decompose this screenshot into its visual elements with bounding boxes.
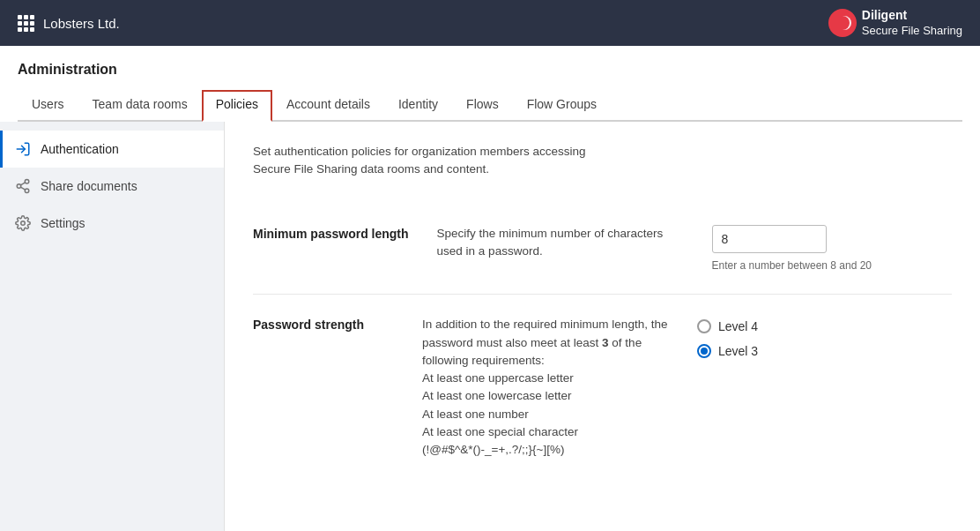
req-special-chars: (!@#$^&*()-_=+,.?/;;}{~][%)	[422, 443, 565, 456]
policy-control-min-password: Enter a number between 8 and 20	[712, 225, 872, 273]
radio-label-level3: Level 3	[718, 344, 758, 358]
input-hint: Enter a number between 8 and 20	[712, 258, 872, 273]
policy-desc-password-strength: In addition to the required minimum leng…	[422, 316, 669, 459]
main-container: Administration Users Team data rooms Pol…	[0, 46, 980, 531]
radio-level4[interactable]: Level 4	[697, 319, 856, 333]
policy-row-password-strength: Password strength In addition to the req…	[253, 295, 952, 480]
policy-row-min-password: Minimum password length Specify the mini…	[253, 204, 952, 295]
page-header: Administration Users Team data rooms Pol…	[0, 46, 980, 122]
req-lowercase: At least one lowercase letter	[422, 389, 572, 402]
svg-point-7	[21, 221, 26, 226]
sidebar-share-label: Share documents	[41, 179, 137, 193]
main-content: Set authentication policies for organiza…	[225, 122, 980, 531]
policy-label-password-strength: Password strength	[253, 316, 394, 332]
sidebar-settings-label: Settings	[41, 216, 85, 230]
tabs-bar: Users Team data rooms Policies Account d…	[18, 90, 962, 122]
brand-name: Diligent	[862, 7, 962, 23]
share-icon	[14, 177, 32, 195]
radio-group-strength: Level 4 Level 3	[697, 316, 856, 358]
company-logo: Lobsters Ltd.	[18, 15, 120, 32]
tab-account-details[interactable]: Account details	[272, 90, 384, 120]
req-number: At least one number	[422, 408, 529, 421]
sidebar-item-share-documents[interactable]: Share documents	[0, 168, 224, 205]
tab-flow-groups[interactable]: Flow Groups	[513, 90, 611, 120]
req-special: At least one special character	[422, 425, 578, 438]
sidebar-item-authentication[interactable]: Authentication	[0, 131, 224, 168]
diligent-d-icon	[828, 9, 857, 37]
grid-icon	[18, 15, 34, 32]
svg-line-5	[20, 187, 25, 190]
tab-policies[interactable]: Policies	[202, 90, 272, 122]
req-uppercase: At least one uppercase letter	[422, 371, 574, 385]
tab-flows[interactable]: Flows	[452, 90, 513, 120]
radio-label-level4: Level 4	[718, 319, 758, 333]
tab-users[interactable]: Users	[18, 90, 78, 120]
radio-circle-level4	[697, 319, 711, 333]
policy-label-min-password: Minimum password length	[253, 225, 409, 241]
policy-desc-min-password: Specify the minimum number of characters…	[437, 225, 684, 261]
page-title: Administration	[18, 62, 962, 78]
svg-line-6	[20, 183, 25, 185]
company-name: Lobsters Ltd.	[43, 16, 120, 31]
app-header: Lobsters Ltd. Diligent Secure File Shari…	[0, 0, 980, 46]
sidebar-item-settings[interactable]: Settings	[0, 205, 224, 242]
tab-identity[interactable]: Identity	[384, 90, 452, 120]
tab-team-data-rooms[interactable]: Team data rooms	[78, 90, 202, 120]
brand-logo: Diligent Secure File Sharing	[828, 7, 962, 38]
login-icon	[14, 140, 32, 158]
settings-icon	[14, 214, 32, 232]
sidebar-authentication-label: Authentication	[41, 142, 119, 156]
brand-subtitle: Secure File Sharing	[862, 24, 962, 39]
content-wrapper: Authentication Share documents	[0, 122, 980, 531]
radio-circle-level3	[697, 344, 711, 358]
policy-control-password-strength: Level 4 Level 3	[697, 316, 856, 358]
desc-bold-number: 3	[602, 336, 609, 349]
section-description: Set authentication policies for organiza…	[253, 143, 623, 179]
radio-level3[interactable]: Level 3	[697, 344, 856, 358]
min-password-input[interactable]	[712, 225, 827, 253]
sidebar: Authentication Share documents	[0, 122, 225, 531]
brand-text: Diligent Secure File Sharing	[862, 7, 962, 38]
